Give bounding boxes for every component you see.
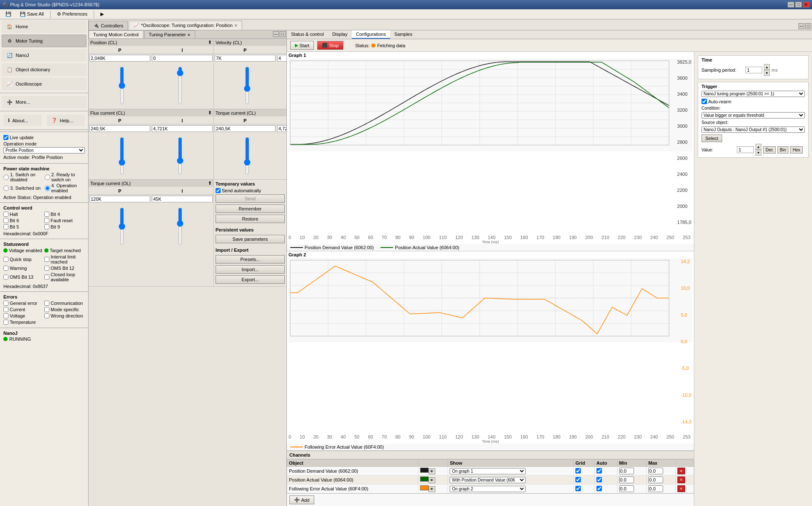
channel-3-delete-button[interactable]: ✕	[677, 485, 685, 492]
torque-ol-p-input[interactable]	[89, 196, 150, 202]
channel-2-delete-button[interactable]: ✕	[677, 476, 685, 483]
channel-3-max-input[interactable]	[648, 485, 663, 492]
flux-p-slider[interactable]	[118, 137, 126, 175]
panel-max-btn[interactable]: □	[805, 23, 811, 29]
operation-mode-select[interactable]: Profile Position	[3, 147, 85, 153]
channel-1-vis-btn[interactable]: 👁	[429, 468, 435, 474]
velocity-p-slider[interactable]	[243, 67, 251, 105]
auto-rearm-checkbox[interactable]	[701, 99, 707, 104]
oscilloscope-tab-close[interactable]: ✕	[234, 23, 237, 28]
channel-1-grid-cb[interactable]	[575, 468, 581, 474]
channel-3-min-input[interactable]	[619, 485, 634, 492]
start-button[interactable]: ▶ Start	[290, 41, 314, 50]
current-cb[interactable]	[3, 307, 8, 312]
osc-tab-configurations[interactable]: Configurations	[352, 30, 390, 39]
panel-min-btn[interactable]: —	[799, 23, 804, 29]
position-p-slider[interactable]	[118, 67, 126, 105]
channel-1-max-input[interactable]	[648, 468, 663, 474]
channel-3-grid-cb[interactable]	[575, 486, 581, 491]
oms12-checkbox[interactable]	[44, 266, 49, 271]
flux-p-input[interactable]	[89, 125, 150, 132]
fault-reset-checkbox[interactable]	[44, 218, 49, 223]
state-4-radio[interactable]	[45, 186, 50, 191]
sidebar-item-object-dictionary[interactable]: 📋 Object dictionary	[2, 63, 86, 76]
tuning-motion-control-tab[interactable]: Tuning Motion Control	[89, 30, 143, 38]
position-i-input[interactable]	[152, 55, 213, 62]
dec-button[interactable]: Dec	[763, 146, 776, 153]
tuning-parameter-close[interactable]: ✕	[187, 33, 191, 37]
sidebar-item-oscilloscope[interactable]: 📈 Oscilloscope	[2, 78, 86, 90]
channel-2-auto-cb[interactable]	[596, 477, 602, 482]
bit5-checkbox[interactable]	[3, 224, 8, 229]
torque-i-input[interactable]	[277, 125, 287, 132]
tuning-parameter-tab[interactable]: Tuning Parameter ✕	[144, 30, 195, 38]
channel-1-min-input[interactable]	[619, 468, 634, 474]
torque-ol-p-slider[interactable]	[118, 207, 126, 245]
sidebar-item-about[interactable]: ℹ About...	[3, 115, 42, 126]
tuning-min-btn[interactable]: —	[273, 31, 279, 37]
sidebar-item-nanoj[interactable]: 🔄 NanoJ	[2, 49, 86, 62]
temperature-cb[interactable]	[3, 320, 8, 325]
state-2-radio[interactable]	[45, 175, 50, 180]
menu-save[interactable]: 💾	[2, 10, 15, 18]
presets-button[interactable]: Presets...	[216, 255, 285, 264]
channel-2-vis-btn[interactable]: 👁	[429, 477, 435, 483]
channel-2-show-select[interactable]: With Position Demand Value (606	[450, 477, 526, 483]
communication-cb[interactable]	[44, 301, 49, 306]
channel-1-auto-cb[interactable]	[596, 468, 602, 474]
trigger-source-select[interactable]: NanoJ tuning program (2500:01 >= 1)	[701, 91, 805, 97]
menu-preferences[interactable]: ⚙ Preferences	[53, 10, 91, 18]
source-object-select-button[interactable]: Select	[701, 135, 722, 142]
torque-p-input[interactable]	[215, 125, 275, 132]
hex-button[interactable]: Hex	[790, 146, 803, 153]
menu-extra[interactable]: ▶	[97, 10, 108, 18]
minimize-button[interactable]: —	[788, 2, 794, 8]
mode-specific-cb[interactable]	[44, 307, 49, 312]
oscilloscope-tab[interactable]: 📈 *Oscilloscope: Tuning configuration: P…	[129, 21, 242, 30]
channel-1-delete-button[interactable]: ✕	[677, 468, 685, 474]
menu-save-all[interactable]: 💾 Save All	[16, 10, 48, 18]
flux-i-slider[interactable]	[176, 137, 184, 175]
source-object-select[interactable]: NanoJ Outputs - NanoJ Output #1 (2500:01…	[701, 126, 805, 133]
live-update-checkbox[interactable]	[3, 135, 8, 140]
export-button[interactable]: Export...	[216, 275, 285, 284]
quick-stop-checkbox[interactable]	[3, 257, 8, 262]
position-p-input[interactable]	[89, 55, 150, 62]
torque-ol-i-input[interactable]	[152, 196, 213, 202]
osc-tab-status[interactable]: Status & control	[287, 30, 328, 39]
internal-limit-checkbox[interactable]	[44, 257, 49, 262]
torque-p-slider[interactable]	[243, 137, 251, 175]
voltage-error-cb[interactable]	[3, 313, 8, 318]
sampling-period-input[interactable]	[745, 67, 762, 73]
sidebar-item-motor-tuning[interactable]: ⚙ Motor Tuning	[2, 35, 86, 47]
osc-tab-samples[interactable]: Samples	[390, 30, 417, 39]
maximize-button[interactable]: □	[795, 2, 802, 8]
bit4-checkbox[interactable]	[44, 212, 49, 217]
halt-checkbox[interactable]	[3, 212, 8, 217]
bin-button[interactable]: Bin	[777, 146, 788, 153]
trigger-spin-down[interactable]: ▼	[755, 150, 761, 156]
torque-ol-expand[interactable]: ⬆	[208, 180, 212, 186]
warning-checkbox[interactable]	[3, 266, 8, 271]
send-button[interactable]: Send	[216, 194, 285, 203]
position-cl-expand[interactable]: ⬆	[208, 40, 212, 45]
velocity-p-input[interactable]	[215, 55, 275, 62]
state-1-radio[interactable]	[3, 175, 9, 180]
velocity-i-input[interactable]	[277, 55, 287, 62]
send-auto-checkbox[interactable]	[216, 188, 221, 193]
close-button[interactable]: ✕	[803, 2, 809, 8]
position-i-slider[interactable]	[176, 67, 184, 105]
channel-3-show-select[interactable]: On graph 2	[450, 486, 526, 492]
channel-2-max-input[interactable]	[648, 476, 663, 483]
trigger-value-input[interactable]	[737, 146, 754, 153]
bit6-checkbox[interactable]	[3, 218, 8, 223]
import-button[interactable]: Import...	[216, 265, 285, 274]
oms13-checkbox[interactable]	[3, 275, 8, 280]
channel-2-grid-cb[interactable]	[575, 477, 581, 482]
channel-3-vis-btn[interactable]: 👁	[429, 486, 435, 492]
state-3-radio[interactable]	[3, 186, 9, 191]
stop-button[interactable]: ⬛ Stop	[317, 41, 343, 50]
restore-button[interactable]: Restore	[216, 215, 285, 223]
sidebar-item-home[interactable]: 🏠 Home	[2, 20, 86, 33]
channel-2-min-input[interactable]	[619, 476, 634, 483]
